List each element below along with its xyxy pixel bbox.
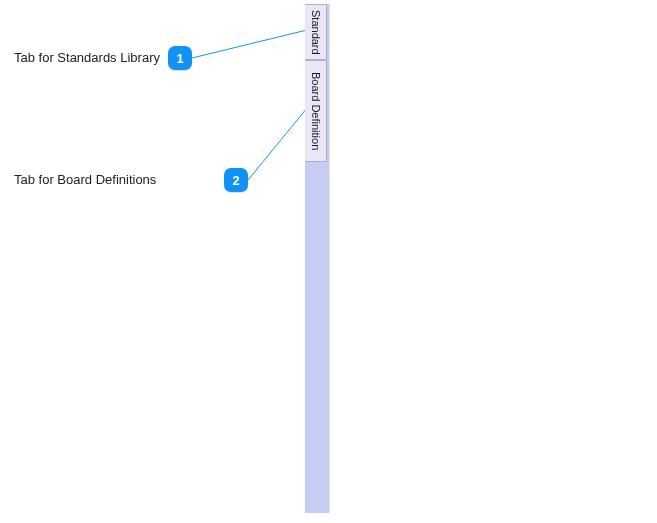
side-panel: Standard Board Definition (305, 4, 330, 513)
callout-2-label: Tab for Board Definitions (14, 172, 156, 187)
tab-standard[interactable]: Standard (305, 4, 327, 60)
tab-standard-label: Standard (310, 10, 321, 55)
tab-board-definition[interactable]: Board Definition (305, 60, 327, 162)
callout-1-label: Tab for Standards Library (14, 50, 160, 65)
callout-1-number: 1 (176, 51, 183, 66)
callout-2-number: 2 (232, 173, 239, 188)
svg-line-0 (192, 30, 307, 58)
callout-1-badge: 1 (168, 46, 192, 70)
svg-line-1 (248, 108, 307, 180)
callout-2-badge: 2 (224, 168, 248, 192)
tab-board-definition-label: Board Definition (310, 72, 321, 150)
